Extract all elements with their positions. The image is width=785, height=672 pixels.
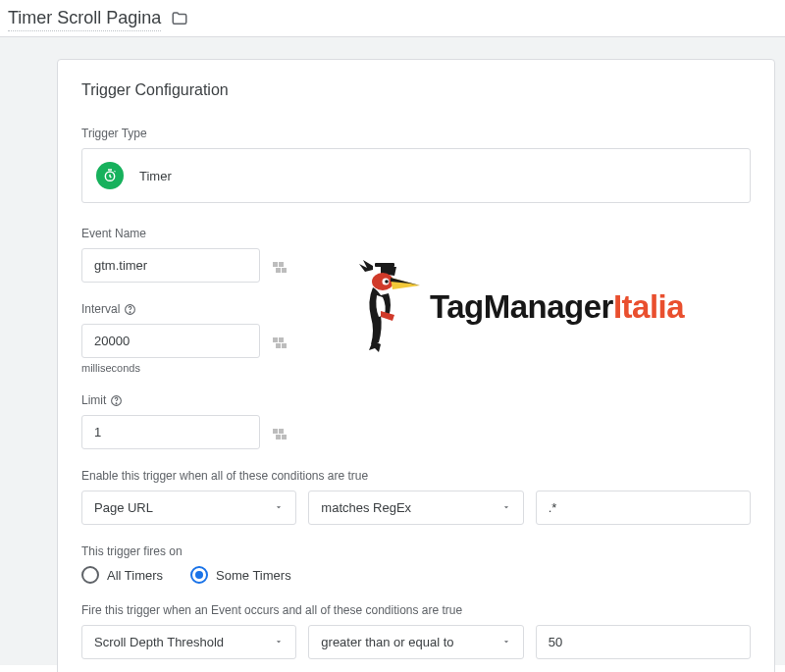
chevron-down-icon	[501, 500, 511, 515]
fires-on-group: This trigger fires on All Timers Some Ti…	[81, 544, 751, 584]
fire-value-text: 50	[549, 635, 562, 649]
radio-some-timers[interactable]: Some Timers	[190, 566, 291, 584]
variable-picker-button[interactable]	[270, 331, 297, 352]
fire-variable-select[interactable]: Scroll Depth Threshold	[81, 625, 296, 659]
interval-label: Interval	[81, 302, 751, 316]
event-name-label: Event Name	[81, 227, 751, 240]
svg-rect-7	[273, 337, 278, 342]
trigger-type-name: Timer	[139, 169, 172, 183]
fire-cond-label: Fire this trigger when an Event occurs a…	[81, 603, 751, 617]
svg-rect-4	[282, 268, 287, 273]
enable-value-input[interactable]: .*	[536, 491, 751, 525]
limit-input[interactable]	[81, 415, 260, 449]
fire-variable-value: Scroll Depth Threshold	[94, 635, 224, 649]
radio-some-label: Some Timers	[216, 568, 291, 583]
fire-value-input[interactable]: 50	[536, 625, 751, 659]
interval-hint: milliseconds	[81, 362, 751, 374]
svg-rect-3	[276, 268, 281, 273]
enable-operator-select[interactable]: matches RegEx	[308, 491, 523, 525]
timer-icon	[96, 162, 124, 189]
help-icon[interactable]	[124, 303, 136, 316]
canvas: Trigger Configuration Trigger Type Timer…	[0, 37, 785, 665]
svg-rect-13	[273, 429, 278, 434]
fire-operator-value: greater than or equal to	[321, 635, 453, 649]
event-name-input[interactable]	[81, 248, 260, 283]
variable-picker-button[interactable]	[270, 255, 297, 277]
radio-icon	[190, 566, 208, 584]
topbar: Timer Scroll Pagina	[0, 0, 785, 37]
limit-group: Limit	[81, 393, 751, 449]
event-name-group: Event Name	[81, 227, 751, 283]
enable-cond-label: Enable this trigger when all of these co…	[81, 469, 751, 483]
svg-point-12	[116, 402, 117, 403]
fire-operator-select[interactable]: greater than or equal to	[308, 625, 523, 659]
limit-label-text: Limit	[81, 393, 106, 407]
help-icon[interactable]	[110, 394, 123, 407]
enable-value-text: .*	[549, 500, 557, 515]
enable-condition-group: Enable this trigger when all of these co…	[81, 469, 751, 525]
radio-all-timers[interactable]: All Timers	[81, 566, 163, 584]
enable-variable-value: Page URL	[94, 500, 153, 515]
svg-rect-1	[273, 262, 278, 267]
interval-group: Interval milliseconds	[81, 302, 751, 374]
interval-input[interactable]	[81, 324, 260, 358]
folder-icon[interactable]	[171, 10, 188, 30]
variable-picker-button[interactable]	[270, 422, 297, 443]
limit-label: Limit	[81, 393, 751, 407]
svg-rect-8	[279, 337, 284, 342]
svg-point-6	[130, 311, 131, 312]
panel-title: Trigger Configuration	[81, 81, 751, 99]
svg-rect-2	[279, 262, 284, 267]
enable-operator-value: matches RegEx	[321, 500, 411, 515]
fire-condition-group: Fire this trigger when an Event occurs a…	[81, 603, 751, 659]
svg-rect-16	[282, 435, 287, 439]
radio-icon	[81, 566, 99, 584]
chevron-down-icon	[274, 635, 284, 649]
svg-rect-10	[282, 343, 287, 348]
trigger-type-label: Trigger Type	[81, 127, 751, 140]
config-panel: Trigger Configuration Trigger Type Timer…	[57, 59, 775, 672]
trigger-type-selector[interactable]: Timer	[81, 148, 751, 203]
fires-on-label: This trigger fires on	[81, 544, 751, 558]
chevron-down-icon	[501, 635, 511, 649]
page-title-wrap[interactable]: Timer Scroll Pagina	[8, 8, 161, 31]
interval-label-text: Interval	[81, 302, 120, 316]
radio-all-label: All Timers	[107, 568, 163, 583]
svg-rect-15	[276, 435, 281, 439]
page-title: Timer Scroll Pagina	[8, 8, 161, 27]
chevron-down-icon	[274, 500, 284, 515]
svg-rect-14	[279, 429, 284, 434]
svg-rect-9	[276, 343, 281, 348]
enable-variable-select[interactable]: Page URL	[81, 491, 296, 525]
